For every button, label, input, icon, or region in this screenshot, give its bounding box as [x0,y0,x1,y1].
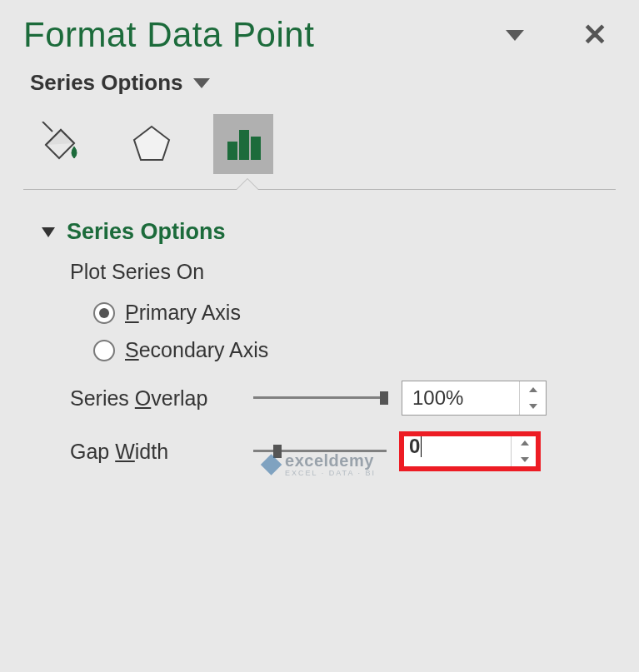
watermark-logo-icon [260,454,281,475]
plot-series-on-label: Plot Series On [70,260,616,284]
series-overlap-step-down[interactable] [520,398,546,415]
tab-fill-and-line[interactable] [30,114,90,174]
paint-bucket-icon [37,122,82,167]
gap-width-step-up[interactable] [512,435,537,451]
tab-divider [23,174,616,196]
section-toggle[interactable]: Series Options [42,219,616,245]
bar-chart-icon [221,122,266,167]
svg-rect-2 [227,142,237,160]
series-overlap-step-up[interactable] [520,381,546,398]
svg-rect-3 [239,130,249,160]
radio-icon [93,302,115,324]
gap-width-step-down[interactable] [512,451,537,468]
watermark-brand: exceldemy [285,451,374,470]
series-overlap-row: Series Overlap [70,381,616,416]
gap-width-spinner: 0 [402,434,538,469]
watermark: exceldemy EXCEL · DATA · BI [263,451,376,477]
header-controls: ✕ [506,20,607,50]
tab-effects[interactable] [122,114,182,174]
series-overlap-input[interactable] [402,381,519,415]
radio-secondary-axis[interactable]: Secondary Axis [93,338,616,362]
gap-width-label: Gap Width [70,440,253,464]
radio-icon [93,340,115,361]
series-options-section: Series Options Plot Series On Primary Ax… [42,219,616,469]
series-overlap-slider[interactable] [253,388,387,408]
collapse-caret-icon [42,227,55,237]
element-picker[interactable]: Series Options [30,70,616,96]
svg-rect-4 [251,137,261,160]
pane-options-dropdown[interactable] [506,30,524,41]
plot-series-on-group: Plot Series On Primary Axis Secondary Ax… [70,260,616,469]
close-button[interactable]: ✕ [582,20,607,50]
element-picker-caret-icon [193,78,210,88]
category-tabs [30,114,616,174]
tab-series-options[interactable] [213,114,273,174]
section-title: Series Options [67,219,226,245]
series-overlap-label: Series Overlap [70,386,253,411]
svg-line-0 [42,122,52,132]
svg-marker-1 [134,127,169,160]
radio-secondary-axis-label: Secondary Axis [125,338,268,362]
radio-primary-axis-label: Primary Axis [125,301,241,325]
series-overlap-spinner [402,381,547,416]
gap-width-input[interactable]: 0 [402,435,511,468]
pane-header: Format Data Point ✕ [23,15,616,55]
pane-title: Format Data Point [23,15,314,55]
radio-primary-axis[interactable]: Primary Axis [93,301,616,325]
element-picker-label: Series Options [30,70,183,96]
watermark-tag: EXCEL · DATA · BI [285,469,376,477]
format-data-point-pane: Format Data Point ✕ Series Options [0,0,639,484]
pentagon-icon [129,122,174,167]
